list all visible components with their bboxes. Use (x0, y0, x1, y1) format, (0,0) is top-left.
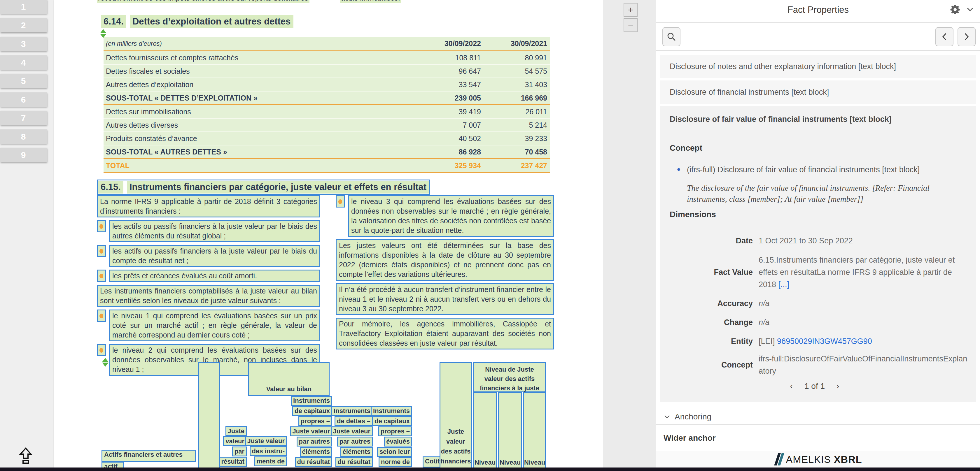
table-subtotal-row[interactable]: SOUS-TOTAL « AUTRES DETTES » 86 928 70 4… (103, 145, 550, 159)
table-row[interactable]: Autres dettes diverses 7 007 5 214 (103, 118, 550, 132)
window-bottom-bar (0, 468, 980, 471)
zoom-in-button[interactable]: + (624, 3, 638, 17)
page-thumb-4[interactable]: 4 (0, 56, 47, 70)
scroll-to-top-button[interactable] (19, 447, 33, 465)
panel-header: Fact Properties (656, 0, 980, 23)
table-total-row[interactable]: TOTAL 325 934 237 427 (103, 159, 550, 173)
bottom-table-row-label[interactable]: Actifs financiers et autres (102, 450, 196, 461)
concept-heading: Concept (670, 143, 702, 153)
table-row[interactable]: Produits constatés d’avance 40 502 39 23… (103, 132, 550, 145)
table-row[interactable]: Dettes fournisseurs et comptes rattachés… (103, 51, 550, 64)
bottom-table-col-juste-valeur-cout[interactable]: Juste valeur des actifs financiers au co… (439, 362, 472, 471)
entity-lei-link[interactable]: 96950029IN3GW457GG90 (777, 337, 872, 346)
section-6-15-text: Instruments financiers par catégorie, ju… (127, 181, 429, 193)
section-6-15-title[interactable]: 6.15. Instruments financiers par catégor… (97, 179, 430, 195)
fact-bullet-paragraph[interactable]: les actifs ou passifs financiers à la ju… (97, 220, 320, 242)
fact-paragraph[interactable]: Les justes valeurs ont été déterminées s… (336, 239, 554, 281)
section-6-14-text: Dettes d’exploitation et autres dettes (130, 15, 293, 28)
section-6-14-number: 6.14. (101, 15, 126, 28)
amelkis-logo-icon (775, 453, 786, 465)
search-button[interactable] (662, 27, 681, 46)
table-col-2021: 30/09/2021 (481, 40, 547, 48)
panel-toolbar (656, 23, 980, 51)
fact-list-item-1[interactable]: Disclosure of notes and other explanator… (660, 55, 976, 78)
concept-item: (ifrs-full) Disclosure of fair value of … (677, 164, 920, 175)
selected-fact-details: Disclosure of fair value of financial in… (660, 106, 976, 402)
fact-list-item-2[interactable]: Disclosure of financial instruments [tex… (660, 81, 976, 104)
pagination-next-button[interactable]: › (837, 382, 839, 391)
bullet-icon (97, 220, 106, 232)
panel-footer: AMELKISXBRL (656, 451, 980, 468)
previous-fact-button[interactable] (935, 27, 953, 46)
fact-paragraph[interactable]: Les instruments financiers comptabilisés… (97, 285, 320, 307)
collapse-panel-button[interactable] (966, 6, 974, 14)
selected-fact-title[interactable]: Disclosure of fair value of financial in… (670, 115, 892, 124)
chevron-down-icon (663, 414, 671, 420)
bottom-table-col-juste-valeur-resultat[interactable]: Juste valeur par résultat (218, 426, 247, 467)
thumbnail-sidebar: 1 2 3 4 5 6 7 8 9 (0, 0, 54, 471)
text-column-right: le niveau 3 qui comprend les évaluations… (336, 195, 554, 352)
section-6-14-title: 6.14. Dettes d’exploitation et autres de… (101, 15, 293, 28)
chevron-down-icon (966, 6, 974, 13)
fact-paragraph[interactable]: La norme IFRS 9 applicable à partir de 2… (97, 195, 320, 217)
up-arrow-icon (19, 447, 33, 465)
bottom-table-col-instruments-dettes[interactable]: Instruments de dettes – Juste valeur par… (333, 406, 373, 467)
table-row[interactable]: Dettes sur immobilisations 39 419 26 011 (103, 105, 550, 118)
table-unit-label: (en milliers d’euros) (106, 40, 385, 48)
clipped-text-left: recouvrement de ces impôts différés acti… (97, 0, 309, 3)
page-thumb-2[interactable]: 2 (0, 18, 47, 32)
page-thumb-6[interactable]: 6 (0, 92, 47, 107)
expand-fact-value-link[interactable]: [...] (778, 280, 789, 289)
clipped-text-right: actifs immobilisés. (340, 0, 401, 3)
settings-button[interactable] (949, 3, 961, 17)
bottom-table-empty-column[interactable] (198, 362, 220, 471)
bottom-table-col-juste-valeur-instruments[interactable]: Juste valeur des instru- ments de (252, 436, 287, 466)
bullet-icon (97, 270, 106, 282)
bottom-table-cout[interactable]: Coût (423, 457, 442, 468)
bullet-icon (336, 195, 345, 208)
fact-bullet-paragraph[interactable]: les actifs ou passifs financiers à la ju… (97, 245, 320, 267)
pagination-label: 1 of 1 (804, 382, 825, 391)
fact-paragraph[interactable]: Pour mémoire, les agences immobilières, … (336, 318, 554, 349)
bullet-icon (97, 309, 106, 322)
bottom-table-niveau-3[interactable]: Niveau (523, 392, 546, 471)
dimensions-heading: Dimensions (670, 210, 716, 219)
page-thumb-3[interactable]: 3 (0, 37, 47, 51)
bottom-table-niveau-1[interactable]: Niveau (473, 392, 497, 471)
fact-pagination: ‹ 1 of 1 › (660, 382, 969, 391)
page-thumb-9[interactable]: 9 (0, 148, 47, 162)
next-fact-button[interactable] (958, 27, 975, 46)
bullet-icon (97, 344, 106, 356)
page-thumb-1[interactable]: 1 (0, 0, 47, 14)
table-dettes-exploitation[interactable]: (en milliers d’euros) 30/09/2022 30/09/2… (103, 37, 550, 173)
fact-bullet-paragraph[interactable]: le niveau 3 qui comprend les évaluations… (336, 195, 554, 237)
bottom-table-niveau-2[interactable]: Niveau (498, 392, 522, 471)
concept-row: Concept ifrs-full:DisclosureOfFairValueO… (660, 350, 969, 379)
anchoring-section-toggle[interactable]: Anchoring (656, 409, 980, 425)
fact-value-text: 6.15.Instruments financiers par catégori… (759, 254, 969, 290)
table-col-2022: 30/09/2022 (385, 40, 481, 48)
page-thumb-7[interactable]: 7 (0, 111, 47, 125)
entity-row: Entity [LEI] 96950029IN3GW457GG90 (660, 335, 969, 348)
bullet-icon (97, 245, 106, 257)
table-subtotal-row[interactable]: SOUS-TOTAL « DETTES D’EXPLOITATION » 239… (103, 91, 550, 105)
table-row[interactable]: Autres dettes d’exploitation 33 547 31 4… (103, 78, 550, 91)
fact-properties-panel: Fact Properties (655, 0, 980, 471)
chevron-right-icon (963, 32, 970, 41)
page-thumb-8[interactable]: 8 (0, 129, 47, 144)
pagination-prev-button[interactable]: ‹ (790, 382, 793, 391)
fact-bullet-paragraph[interactable]: le niveau 1 qui comprend les évaluations… (97, 309, 320, 341)
zoom-out-button[interactable]: − (624, 18, 638, 32)
bottom-table-niveau-header[interactable]: Niveau de Juste valeur des actifs financ… (473, 362, 546, 392)
change-row: Change n/a (660, 316, 969, 329)
table-row[interactable]: Dettes fiscales et sociales 96 647 54 57… (103, 64, 550, 78)
bottom-table-valeur-au-bilan[interactable]: Valeur au bilan (248, 362, 329, 396)
page-thumb-5[interactable]: 5 (0, 74, 47, 88)
bottom-table-col-instruments-capitaux-1[interactable]: Instruments de capitaux propres – Juste … (291, 396, 332, 467)
fact-bullet-paragraph[interactable]: les prêts et créances évalués au coût am… (97, 270, 320, 282)
bottom-table-col-instruments-capitaux-2[interactable]: Instruments de capitaux propres – évalué… (374, 406, 412, 467)
fact-marker-icon (102, 358, 108, 367)
fact-paragraph[interactable]: Il n’a été procédé à aucun transfert d’i… (336, 283, 554, 315)
chevron-left-icon (941, 32, 948, 41)
document-page: recouvrement de ces impôts différés acti… (54, 0, 603, 471)
